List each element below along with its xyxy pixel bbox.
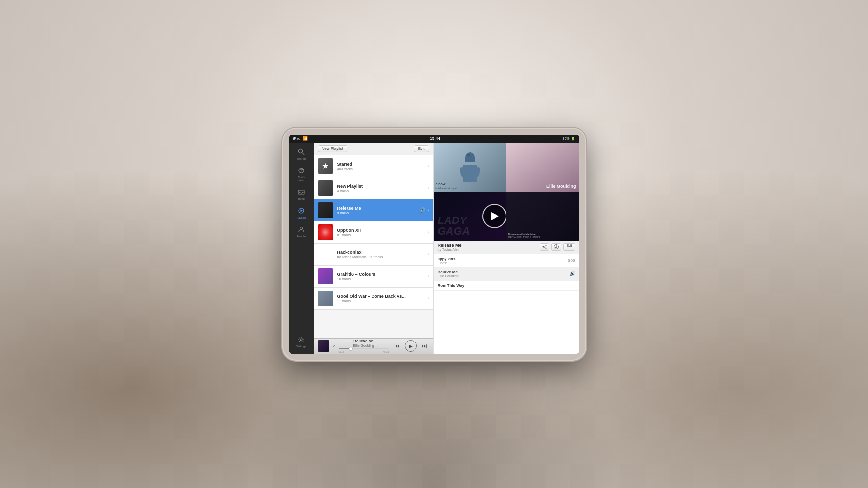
- sidebar: Search What'sNew Inbox: [289, 143, 314, 354]
- sidebar-item-search[interactable]: Search: [289, 145, 314, 163]
- gow-arrow: ›: [427, 295, 429, 301]
- device-label: iPad: [293, 136, 301, 141]
- playlist-item-gow[interactable]: Good Old War – Come Back As... 11 tracks…: [314, 288, 433, 310]
- ipad-frame: iPad 📶 15:44 35% 🔋 Search: [282, 128, 586, 361]
- status-right: 35% 🔋: [562, 137, 575, 141]
- gow-title: Good Old War – Come Back As...: [337, 294, 426, 299]
- play-overlay-button[interactable]: [482, 204, 506, 228]
- track-item-believe-me[interactable]: Believe Me Ellie Goulding 🔊: [434, 268, 579, 281]
- track-list: lippy kids Elbow 6:06 Believe Me Ellie G…: [434, 254, 579, 354]
- prev-button[interactable]: ⏮: [392, 341, 402, 351]
- sidebar-playlists-label: Playlists: [296, 216, 306, 219]
- new-playlist-arrow: ›: [427, 185, 429, 191]
- uppcon-subtitle: 81 tracks: [337, 233, 426, 237]
- progress-area: Believe Me Ellie Goulding 0:15 4:03: [339, 339, 389, 353]
- sidebar-item-settings[interactable]: Settings: [289, 332, 314, 351]
- album-cell-gaga: LADYGAGA: [434, 192, 507, 241]
- share-button[interactable]: [540, 243, 549, 251]
- now-playing-icon: 🔊: [420, 207, 425, 213]
- svg-point-11: [546, 245, 547, 246]
- play-pause-button[interactable]: ▶: [405, 340, 417, 352]
- new-playlist-button[interactable]: New Playlist: [318, 145, 348, 152]
- svg-line-15: [544, 247, 546, 248]
- uppcon-info: UppCon XII 81 tracks: [337, 228, 426, 237]
- track-list-title: Release Me: [438, 243, 462, 248]
- track-list-artist: by Tobias Ahlin: [438, 248, 462, 251]
- playlists-icon: [297, 206, 306, 215]
- player-album-art: [318, 340, 329, 352]
- playlist-list: ★ Starred 460 tracks › New Playlist: [314, 155, 433, 338]
- track-duration-lippy: 6:06: [568, 258, 575, 263]
- album-grid: elbow build a rocket boys! Ellie Gouldin…: [434, 143, 579, 241]
- track-artist-lippy: Elbow: [438, 261, 568, 265]
- playlist-item-graffiti[interactable]: Graffiti6 – Colours 16 tracks ›: [314, 266, 433, 288]
- release-me-subtitle: 9 tracks: [337, 211, 418, 215]
- player-track-artist: Ellie Goulding: [353, 344, 374, 347]
- hackconlax-subtitle: by Tobias Möllstam · 19 tracks: [337, 255, 426, 259]
- hackconlax-arrow: ›: [427, 251, 429, 257]
- right-panel: elbow build a rocket boys! Ellie Gouldin…: [434, 143, 579, 354]
- uppcon-thumb: [318, 224, 333, 240]
- battery-label: 35%: [562, 137, 569, 140]
- starred-arrow: ›: [427, 163, 429, 169]
- playlist-item-new-playlist[interactable]: New Playlist 4 tracks ›: [314, 177, 433, 199]
- download-button[interactable]: [551, 243, 561, 251]
- people-icon: [297, 225, 306, 234]
- release-me-title: Release Me: [337, 206, 418, 211]
- graffiti-arrow: ›: [427, 273, 429, 279]
- release-me-thumb: [318, 202, 333, 218]
- svg-point-9: [300, 227, 302, 229]
- ipad-screen: iPad 📶 15:44 35% 🔋 Search: [289, 135, 579, 354]
- hackconlax-info: Hackconlax by Tobias Möllstam · 19 track…: [337, 250, 426, 259]
- status-left: iPad 📶: [293, 136, 308, 141]
- hackconlax-thumb: [318, 246, 333, 262]
- playlist-item-uppcon[interactable]: UppCon XII 81 tracks ›: [314, 221, 433, 244]
- track-item-lippy-kids[interactable]: lippy kids Elbow 6:06: [434, 254, 579, 268]
- graffiti-info: Graffiti6 – Colours 16 tracks: [337, 272, 426, 281]
- new-playlist-subtitle: 4 tracks: [337, 189, 426, 193]
- starred-title: Starred: [337, 162, 426, 167]
- expand-icon[interactable]: ⤢: [332, 344, 336, 348]
- graffiti-thumb: [318, 268, 333, 284]
- player-controls: ⏮ ▶ ⏭: [392, 340, 429, 352]
- settings-icon: [297, 335, 306, 344]
- album-cell-ellie: Ellie Goulding: [506, 143, 579, 192]
- sidebar-item-people[interactable]: People: [289, 222, 314, 241]
- progress-track[interactable]: [339, 348, 389, 349]
- track-item-rom-this-way[interactable]: Rom This Way: [434, 281, 579, 291]
- next-button[interactable]: ⏭: [420, 341, 429, 351]
- sidebar-people-label: People: [297, 235, 306, 238]
- track-edit-button[interactable]: Edit: [563, 243, 575, 251]
- svg-point-12: [543, 246, 544, 248]
- time-total: 4:03: [383, 350, 389, 353]
- progress-knob[interactable]: [349, 347, 353, 351]
- release-me-arrow: ›: [427, 207, 429, 213]
- track-list-title-area: Release Me by Tobias Ahlin: [438, 243, 462, 251]
- track-list-area: Release Me by Tobias Ahlin Edit: [434, 241, 579, 354]
- svg-point-10: [300, 339, 302, 341]
- svg-point-13: [546, 248, 547, 249]
- sidebar-item-playlists[interactable]: Playlists: [289, 203, 314, 222]
- sidebar-whatsnew-label: What'sNew: [298, 176, 305, 182]
- track-info-rom: Rom This Way: [438, 283, 575, 288]
- new-playlist-thumb: [318, 180, 333, 196]
- uppcon-arrow: ›: [427, 229, 429, 235]
- edit-button[interactable]: Edit: [414, 145, 429, 152]
- svg-line-14: [544, 246, 546, 246]
- new-playlist-title: New Playlist: [337, 184, 426, 189]
- playlist-item-release-me[interactable]: Release Me 9 tracks 🔊 ›: [314, 199, 433, 221]
- svg-marker-8: [300, 209, 303, 212]
- content-area: New Playlist Edit ★ Starred 460 tracks ›: [314, 143, 579, 354]
- track-artist-believe: Ellie Goulding: [438, 274, 568, 278]
- album-cell-florence: Florence + the Machine BETWEEN TWO LUNGS: [506, 192, 579, 241]
- sidebar-item-inbox[interactable]: Inbox: [289, 185, 314, 203]
- track-list-actions: Edit: [540, 243, 575, 251]
- playlist-header: New Playlist Edit: [314, 143, 433, 155]
- graffiti-subtitle: 16 tracks: [337, 277, 426, 281]
- sidebar-item-whatsnew[interactable]: What'sNew: [289, 163, 314, 185]
- track-info-believe: Believe Me Ellie Goulding: [438, 270, 568, 278]
- playlist-item-hackconlax[interactable]: Hackconlax by Tobias Möllstam · 19 track…: [314, 244, 433, 266]
- svg-line-1: [302, 153, 304, 155]
- search-icon: [297, 147, 306, 156]
- playlist-item-starred[interactable]: ★ Starred 460 tracks ›: [314, 155, 433, 177]
